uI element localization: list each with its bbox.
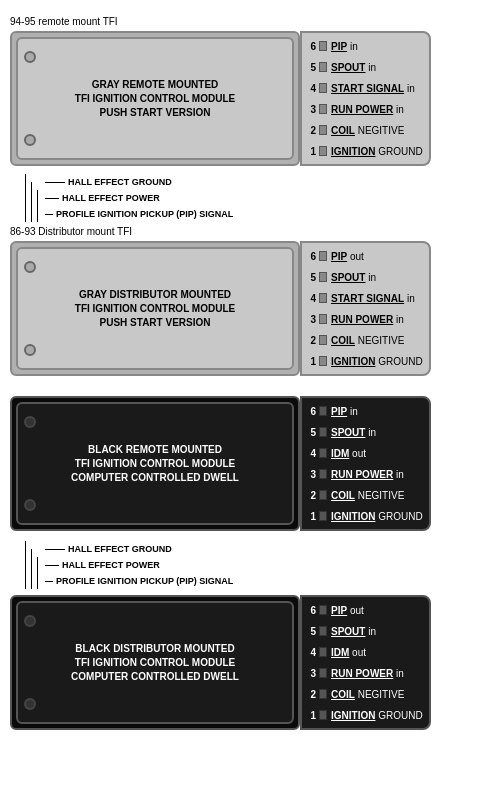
wire-vertical-2 xyxy=(31,182,32,222)
section-black-remote: BLACK REMOTE MOUNTEDTFI IGNITION CONTROL… xyxy=(0,390,500,537)
wire-label-pip: PROFILE IGNITION PICKUP (PIP) SIGNAL xyxy=(45,206,500,222)
diagram-container: 94-95 remote mount TFI GRAY REMOTE MOUNT… xyxy=(0,0,500,746)
pin-d4: 4 START SIGNAL in xyxy=(302,288,423,308)
pin-d6: 6 PIP out xyxy=(302,246,423,266)
wire-b-vertical-1 xyxy=(25,541,26,589)
pin-bd4: 4 IDM out xyxy=(302,642,423,662)
pin-row-5: 5 SPOUT in xyxy=(302,57,423,77)
pin-bd3: 3 RUN POWER in xyxy=(302,663,423,683)
pin-br3: 3 RUN POWER in xyxy=(302,464,423,484)
bolt-bd-bl xyxy=(24,698,36,710)
wire-label-power: HALL EFFECT POWER xyxy=(45,190,500,206)
pin-d3: 3 RUN POWER in xyxy=(302,309,423,329)
pin-bd6: 6 PIP out xyxy=(302,600,423,620)
module-text-gray-dist: GRAY DISTRIBUTOR MOUNTEDTFI IGNITION CON… xyxy=(69,280,241,338)
wire-b-label-pip: PROFILE IGNITION PICKUP (PIP) SIGNAL xyxy=(45,573,500,589)
wire-b-vertical-2 xyxy=(31,549,32,589)
pin-br1: 1 IGNITION GROUND xyxy=(302,506,423,526)
section-gray-remote: 94-95 remote mount TFI GRAY REMOTE MOUNT… xyxy=(0,10,500,172)
connector-black-dist: 6 PIP out 5 SPOUT in 4 IDM out xyxy=(300,595,431,730)
wire-b-vertical-3 xyxy=(37,557,38,589)
wire-vertical-1 xyxy=(25,174,26,222)
pin-row-1: 1 IGNITION GROUND xyxy=(302,141,423,161)
pin-br5: 5 SPOUT in xyxy=(302,422,423,442)
label-top-gray-remote: 94-95 remote mount TFI xyxy=(10,16,118,27)
module-text-black-remote: BLACK REMOTE MOUNTEDTFI IGNITION CONTROL… xyxy=(65,435,245,493)
bolt-br-tl xyxy=(24,416,36,428)
bolt-dist-tl xyxy=(24,261,36,273)
pin-row-2: 2 COIL NEGITIVE xyxy=(302,120,423,140)
pin-bd1: 1 IGNITION GROUND xyxy=(302,705,423,725)
bolt-bl xyxy=(24,134,36,146)
pin-br4: 4 IDM out xyxy=(302,443,423,463)
pin-d5: 5 SPOUT in xyxy=(302,267,423,287)
module-text-black-dist: BLACK DISTRIBUTOR MOUNTEDTFI IGNITION CO… xyxy=(65,634,245,692)
pin-br2: 2 COIL NEGITIVE xyxy=(302,485,423,505)
pin-d2: 2 COIL NEGITIVE xyxy=(302,330,423,350)
bolt-br-bl xyxy=(24,499,36,511)
label-top-gray-dist: 86-93 Distributor mount TFI xyxy=(10,226,132,237)
connector-black-remote: 6 PIP in 5 SPOUT in 4 IDM out xyxy=(300,396,431,531)
wires-black-top: HALL EFFECT GROUND HALL EFFECT POWER PRO… xyxy=(15,541,500,589)
wire-vertical-3 xyxy=(37,190,38,222)
pin-bd2: 2 COIL NEGITIVE xyxy=(302,684,423,704)
section-gray-dist: 86-93 Distributor mount TFI GRAY DISTRIB… xyxy=(0,224,500,382)
pin-row-4: 4 START SIGNAL in xyxy=(302,78,423,98)
wire-b-label-power: HALL EFFECT POWER xyxy=(45,557,500,573)
bolt-tl xyxy=(24,51,36,63)
pin-row-3: 3 RUN POWER in xyxy=(302,99,423,119)
pin-bd5: 5 SPOUT in xyxy=(302,621,423,641)
pin-br6: 6 PIP in xyxy=(302,401,423,421)
connector-gray-dist: 6 PIP out 5 SPOUT in 4 START SIGNAL in xyxy=(300,241,431,376)
module-text-gray-remote: GRAY REMOTE MOUNTEDTFI IGNITION CONTROL … xyxy=(69,70,241,128)
section-black-dist: BLACK DISTRIBUTOR MOUNTEDTFI IGNITION CO… xyxy=(0,593,500,736)
wire-label-ground: HALL EFFECT GROUND xyxy=(45,174,500,190)
wires-gray-top: HALL EFFECT GROUND HALL EFFECT POWER PRO… xyxy=(15,174,500,222)
pin-row-6: 6 PIP in xyxy=(302,36,423,56)
wire-b-label-ground: HALL EFFECT GROUND xyxy=(45,541,500,557)
connector-gray-remote: 6 PIP in 5 SPOUT in 4 START SIGNAL in xyxy=(300,31,431,166)
bolt-bd-tl xyxy=(24,615,36,627)
pin-d1: 1 IGNITION GROUND xyxy=(302,351,423,371)
bolt-dist-bl xyxy=(24,344,36,356)
